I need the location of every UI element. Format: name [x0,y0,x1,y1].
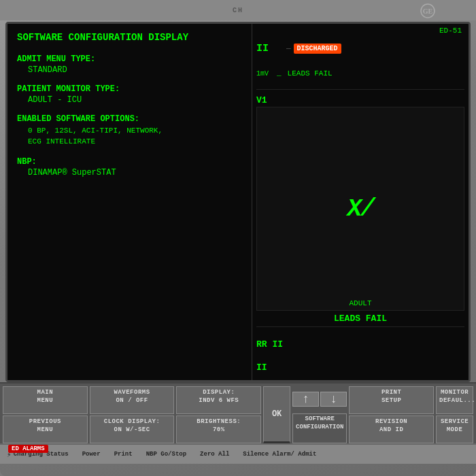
v1-waveform-graphic: X/ [347,195,373,223]
ed-alarms-area: ED ALARMS [8,445,48,453]
waveforms-button[interactable]: WAVEFORMSON / OFF [90,386,175,414]
software-config-button[interactable]: SOFTWARECONFIGURATION [292,413,347,443]
main-menu-button[interactable]: MAINMENU [3,386,88,414]
enabled-options-line1: 0 BP, 12SL, ACI-TIPI, NETWORK, [28,125,242,137]
ed-alarms-badge: ED ALARMS [8,445,48,453]
main-previous-group: MAINMENU PREVIOUSMENU [3,386,88,443]
channel-v1-label: V1 [256,95,464,105]
service-mode-button[interactable]: SERVICEMODE [436,415,473,443]
v1-waveform-area: X/ ADULT [256,107,464,311]
channel-ii-label: II [256,43,284,54]
previous-menu-button[interactable]: PREVIOUSMENU [3,415,88,443]
dash: — [286,44,291,52]
nbp-label: NBP: [17,157,242,167]
display-brightness-group: DISPLAY:INDV 6 WFS BRIGHTNESS:70% [176,386,261,443]
admit-menu-label: ADMIT MENU TYPE: [17,54,242,64]
nbp-go-stop-label: NBP Go/Stop [146,451,186,458]
ii-row-2: II [256,357,464,377]
rr-row: RR II [256,334,464,354]
divider-2 [256,326,464,327]
power-item[interactable]: Power [82,451,101,458]
zero-all-label: Zero All [200,451,229,458]
top-bar-label: CH [233,7,243,14]
revision-and-id-button[interactable]: REVISIONAND ID [349,415,434,443]
config-title: SOFTWARE CONFIGURATION DISPLAY [17,32,242,44]
print-item[interactable]: Print [114,451,133,458]
silence-alarm-label: Silence Alarm/ Admit [243,451,316,458]
screen-container: SOFTWARE CONFIGURATION DISPLAY ADMIT MEN… [5,22,471,382]
screen-inner: SOFTWARE CONFIGURATION DISPLAY ADMIT MEN… [7,24,469,380]
patient-monitor-section: PATIENT MONITOR TYPE: ADULT - ICU [17,84,242,105]
channel-rr-label: RR II [256,339,290,350]
divider-1 [256,89,464,90]
nbp-go-stop-item[interactable]: NBP Go/Stop [146,451,186,458]
enabled-options-label: ENABLED SOFTWARE OPTIONS: [17,114,242,124]
admit-menu-value: STANDARD [28,65,242,75]
print-setup-button[interactable]: PRINTSETUP [349,386,434,414]
toolbar: MAINMENU PREVIOUSMENU WAVEFORMSON / OFF … [0,382,476,443]
top-bar: CH GE [0,0,476,20]
print-revision-group: PRINTSETUP REVISIONAND ID [349,386,434,443]
enabled-options-section: ENABLED SOFTWARE OPTIONS: 0 BP, 12SL, AC… [17,114,242,148]
arrow-up-button[interactable]: ↑ [292,392,319,407]
admit-menu-section: ADMIT MENU TYPE: STANDARD [17,54,242,75]
display-button[interactable]: DISPLAY:INDV 6 WFS [176,386,261,414]
nbp-value: DINAMAP® SuperSTAT [28,168,242,177]
arrow-down-button[interactable]: ↓ [320,392,347,407]
power-label: Power [82,451,101,458]
monitor-bezel: CH GE SOFTWARE CONFIGURATION DISPLAY ADM… [0,0,476,476]
left-panel: SOFTWARE CONFIGURATION DISPLAY ADMIT MEN… [7,24,252,380]
status-bar: ⚡ Charging Status Power Print NBP Go/Sto… [0,443,476,464]
print-label: Print [114,451,133,458]
channel-ii-row: II — DISCHARGED [256,36,464,61]
discharged-badge: DISCHARGED [294,44,341,54]
monitor-service-group: MONITORDEFAUL... SERVICEMODE [436,386,473,443]
ed-label: ED-51 [256,27,464,35]
arrows-config-group: ↑ ↓ SOFTWARECONFIGURATION [292,386,347,443]
brightness-button[interactable]: BRIGHTNESS:70% [176,415,261,443]
nbp-section: NBP: DINAMAP® SuperSTAT [17,157,242,177]
ge-logo: GE [420,3,435,18]
silence-alarm-item[interactable]: Silence Alarm/ Admit [243,451,316,458]
leads-fail-text: LEADS FAIL [288,69,333,78]
patient-monitor-label: PATIENT MONITOR TYPE: [17,84,242,94]
arrow-group: ↑ ↓ [292,386,347,412]
monitor-default-button[interactable]: MONITORDEFAUL... [436,386,473,414]
channel-1mv-row: 1mV _ LEADS FAIL [256,63,464,84]
svg-text:GE: GE [423,7,433,15]
clock-display-button[interactable]: CLOCK DISPLAY:ON W/-SEC [90,415,175,443]
channel-1mv-label: 1mV [256,70,277,78]
patient-monitor-value: ADULT - ICU [28,95,242,105]
leads-fail-large: LEADS FAIL [256,313,464,324]
enabled-options-line2: ECG INTELLIRATE [28,136,242,148]
waveforms-clock-group: WAVEFORMSON / OFF CLOCK DISPLAY:ON W/-SE… [90,386,175,443]
ok-button[interactable]: OK [263,386,290,443]
zero-all-item[interactable]: Zero All [200,451,229,458]
adult-label: ADULT [349,299,371,307]
channel-ii2-label: II [256,362,284,373]
right-panel: ED-51 II — DISCHARGED 1mV _ LEADS FAIL V… [252,24,469,380]
underscore: _ [277,69,282,78]
